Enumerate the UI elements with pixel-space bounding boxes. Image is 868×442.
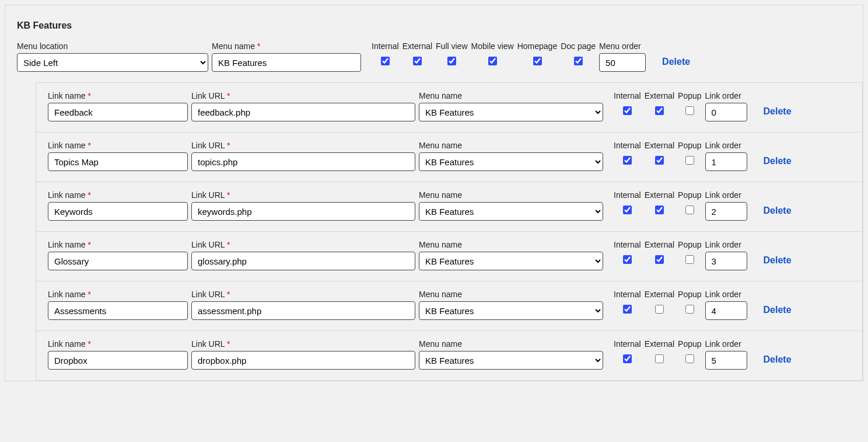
- link-internal-checkbox[interactable]: [623, 255, 632, 264]
- link-name-input[interactable]: [48, 301, 188, 320]
- link-url-label: Link URL *: [191, 339, 415, 349]
- menu-order-input[interactable]: [599, 53, 646, 72]
- link-internal-checkbox[interactable]: [623, 354, 632, 363]
- link-internal-col: Internal: [614, 91, 641, 117]
- link-url-input[interactable]: [191, 252, 415, 270]
- link-external-checkbox[interactable]: [655, 305, 664, 314]
- link-order-field: Link order: [705, 240, 747, 270]
- link-internal-label: Internal: [614, 141, 641, 150]
- link-order-input[interactable]: [705, 152, 747, 171]
- link-url-input[interactable]: [191, 103, 415, 121]
- menu-location-select[interactable]: Side Left: [17, 53, 208, 72]
- link-delete-link[interactable]: Delete: [764, 156, 792, 166]
- menu-location-field: Menu location Side Left: [17, 41, 208, 72]
- link-menu-select[interactable]: KB Features: [419, 351, 603, 370]
- menu-delete-link[interactable]: Delete: [662, 57, 690, 67]
- link-popup-checkbox[interactable]: [685, 354, 694, 363]
- link-internal-checkbox[interactable]: [623, 106, 632, 115]
- link-name-input[interactable]: [48, 152, 188, 171]
- panel-header: KB Features Menu location Side Left Menu…: [5, 5, 863, 82]
- menu-docpage-checkbox[interactable]: [574, 57, 583, 65]
- link-row: Link name *Link URL *Menu nameKB Feature…: [36, 132, 863, 182]
- link-order-label: Link order: [705, 190, 747, 200]
- link-row: Link name *Link URL *Menu nameKB Feature…: [36, 182, 863, 231]
- link-delete-link[interactable]: Delete: [764, 106, 792, 117]
- link-url-field: Link URL *: [191, 240, 415, 270]
- link-popup-col: Popup: [678, 91, 701, 117]
- link-external-checkbox[interactable]: [655, 106, 664, 115]
- menu-name-input[interactable]: [212, 53, 361, 72]
- link-name-label: Link name *: [48, 190, 188, 200]
- menu-fullview-checkbox[interactable]: [447, 57, 456, 65]
- menu-docpage-label: Doc page: [561, 41, 596, 51]
- link-menu-field: Menu nameKB Features: [419, 91, 603, 121]
- link-external-checkbox[interactable]: [655, 206, 664, 214]
- link-popup-label: Popup: [678, 240, 701, 249]
- link-internal-checkbox[interactable]: [623, 206, 632, 214]
- link-menu-label: Menu name: [419, 141, 603, 150]
- menu-mobileview-col: Mobile view: [471, 41, 514, 67]
- link-delete-link[interactable]: Delete: [764, 305, 792, 315]
- link-order-field: Link order: [705, 190, 747, 221]
- link-menu-field: Menu nameKB Features: [419, 190, 603, 221]
- link-order-input[interactable]: [705, 103, 747, 121]
- link-internal-label: Internal: [614, 339, 641, 349]
- link-menu-select[interactable]: KB Features: [419, 301, 603, 320]
- link-external-checkbox[interactable]: [655, 354, 664, 363]
- menu-homepage-checkbox[interactable]: [533, 57, 542, 65]
- link-popup-checkbox[interactable]: [685, 255, 694, 264]
- link-row: Link name *Link URL *Menu nameKB Feature…: [36, 231, 863, 281]
- link-name-input[interactable]: [48, 351, 188, 370]
- link-external-checkbox[interactable]: [655, 255, 664, 264]
- link-external-label: External: [645, 290, 674, 299]
- panel-title: KB Features: [17, 20, 851, 31]
- link-menu-select[interactable]: KB Features: [419, 202, 603, 221]
- link-order-input[interactable]: [705, 202, 747, 221]
- link-name-input[interactable]: [48, 103, 188, 121]
- link-order-input[interactable]: [705, 301, 747, 320]
- link-internal-checkbox[interactable]: [623, 305, 632, 314]
- link-url-input[interactable]: [191, 202, 415, 221]
- link-internal-col: Internal: [614, 290, 641, 315]
- menu-homepage-col: Homepage: [517, 41, 558, 67]
- link-external-col: External: [645, 190, 674, 216]
- menu-internal-checkbox[interactable]: [381, 57, 390, 65]
- link-menu-field: Menu nameKB Features: [419, 141, 603, 171]
- link-order-input[interactable]: [705, 252, 747, 270]
- link-delete-link[interactable]: Delete: [764, 206, 792, 216]
- link-external-col: External: [645, 240, 674, 266]
- link-menu-select[interactable]: KB Features: [419, 152, 603, 171]
- menu-order-label: Menu order: [599, 41, 646, 51]
- link-menu-select[interactable]: KB Features: [419, 252, 603, 270]
- link-name-field: Link name *: [48, 141, 188, 171]
- kb-features-panel: KB Features Menu location Side Left Menu…: [5, 5, 863, 381]
- link-url-field: Link URL *: [191, 339, 415, 370]
- link-url-input[interactable]: [191, 152, 415, 171]
- link-order-field: Link order: [705, 290, 747, 320]
- link-external-checkbox[interactable]: [655, 156, 664, 165]
- link-popup-checkbox[interactable]: [685, 106, 694, 115]
- link-url-input[interactable]: [191, 301, 415, 320]
- link-delete-link[interactable]: Delete: [764, 255, 792, 266]
- link-external-col: External: [645, 141, 674, 166]
- link-menu-select[interactable]: KB Features: [419, 103, 603, 121]
- menu-location-label: Menu location: [17, 41, 208, 51]
- link-external-label: External: [645, 91, 674, 100]
- link-popup-checkbox[interactable]: [685, 305, 694, 314]
- link-menu-label: Menu name: [419, 240, 603, 249]
- link-name-field: Link name *: [48, 91, 188, 121]
- link-popup-checkbox[interactable]: [685, 206, 694, 214]
- link-popup-checkbox[interactable]: [685, 156, 694, 165]
- menu-external-checkbox[interactable]: [413, 57, 422, 65]
- link-name-input[interactable]: [48, 252, 188, 270]
- link-name-input[interactable]: [48, 202, 188, 221]
- link-url-field: Link URL *: [191, 141, 415, 171]
- link-internal-checkbox[interactable]: [623, 156, 632, 165]
- link-menu-field: Menu nameKB Features: [419, 290, 603, 320]
- link-url-input[interactable]: [191, 351, 415, 370]
- link-delete-link[interactable]: Delete: [764, 354, 792, 365]
- menu-name-label: Menu name *: [212, 41, 361, 51]
- menu-mobileview-checkbox[interactable]: [488, 57, 497, 65]
- link-order-input[interactable]: [705, 351, 747, 370]
- link-name-field: Link name *: [48, 190, 188, 221]
